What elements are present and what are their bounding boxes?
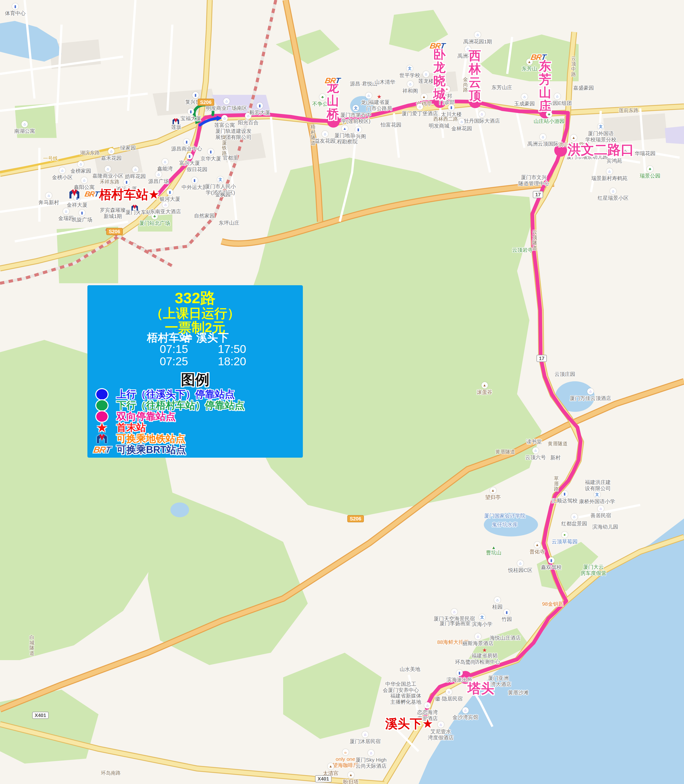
map-label-text: 康桥外国语小学: [579, 498, 615, 505]
brt-logo-icon: BRT: [429, 41, 445, 50]
legend-list: 上行（往溪头下）停靠站点下行（往梧村车站）停靠站点双向停靠站点★首末站可换乘地铁…: [87, 389, 303, 455]
o-poi-icon: ⌂: [462, 707, 469, 714]
road-number-badge: S206: [106, 228, 123, 235]
map-label-text: 新村: [550, 455, 561, 461]
map-label: 读书堂: [526, 439, 542, 445]
o-poi-icon: ⌂: [479, 111, 485, 117]
map-label-text: 嘉禾花园: [101, 155, 122, 161]
map-label-text: 中华全国总工 会厦门安养中心: [383, 681, 419, 693]
b-poi-icon: ▮: [188, 108, 194, 115]
map-label-text: 山木清华: [374, 79, 395, 85]
map-label-text: 徽·隐居民宿: [435, 696, 463, 702]
map-label-text: 瑞景新村寿鹤苑: [591, 175, 628, 181]
map-label-text: 红星瑞景小区: [598, 195, 629, 201]
map-label-text: 明发商业广场南区: [206, 105, 247, 112]
map-label: 厦门国家会计学院: [484, 513, 526, 519]
h-poi-icon: ⌂: [571, 514, 578, 520]
bus-route-map[interactable]: ▮体育中心⌂南湖公寓绿家园⌂嘉禾花园⌂金榜家园⌂金榜小区⌂嘉隆商业小区⌂皓晖花园…: [0, 0, 684, 784]
b-poi-icon: ▮: [561, 491, 568, 497]
metro-station-icon: [131, 204, 139, 212]
mountain-icon: ▲: [486, 545, 502, 550]
map-label-text: 鑫能湾: [157, 166, 173, 172]
map-label: 源昌·君悦山: [350, 81, 377, 87]
map-label-text: 汇顺达驾校: [552, 498, 578, 504]
map-label-text: 绿家园: [120, 145, 136, 151]
b-poi-icon: ▮: [186, 153, 193, 159]
b-poi-icon: ▮: [256, 102, 263, 109]
legend-row: 双向停靠站点: [87, 411, 303, 422]
map-label-text: 厦门沐居民宿: [350, 739, 381, 745]
map-label-text: 中兴阁: [351, 134, 366, 140]
map-label-text: 东芳山: [522, 66, 537, 72]
s-poi-icon: 文: [217, 176, 224, 183]
map-label-text: 山水美地: [400, 666, 420, 672]
road-label: 一号线: [43, 155, 58, 162]
t-poi-icon: ♣: [319, 94, 326, 100]
map-label-text: 滨海小学: [472, 621, 492, 627]
map-label: ▲太清宫: [323, 763, 339, 776]
departure-time: 07:15: [160, 343, 188, 356]
red-star-icon: ★: [87, 421, 116, 434]
o-poi-icon: ⌂: [475, 633, 481, 640]
map-label: 云顶庄园: [555, 371, 575, 377]
map-label-text: 南湖公寓: [14, 128, 35, 134]
map-label: ⌂鑫阳公寓: [74, 177, 95, 191]
map-label: ⌂祥和阁: [403, 81, 418, 94]
map-label: ⌂嘉禾花园: [101, 148, 122, 161]
map-label: ▲普佑寺: [530, 542, 545, 555]
map-label: ⌂徽·隐居民宿: [435, 689, 463, 702]
blue-dot-icon: [87, 389, 116, 399]
map-label: 山木清华: [374, 79, 395, 85]
map-label: ⌂善居民宿: [590, 506, 611, 519]
map-label: ⌂红都盆景园: [561, 514, 587, 527]
map-label: ▮体育中心: [5, 3, 26, 16]
map-label-text: 奔马新村: [39, 199, 59, 206]
map-label-text: 京华大厦: [200, 156, 221, 162]
h-poi-icon: ⌂: [59, 167, 66, 174]
map-label-text: 毅宏大厦: [249, 110, 270, 116]
map-label: ⌂益友花园: [315, 131, 336, 144]
h-poi-icon: ⌂: [223, 98, 230, 104]
map-label-text: 普佑寺: [530, 549, 545, 555]
departure-time: 07:25: [160, 355, 188, 368]
station-label: 溪头下★: [386, 716, 433, 732]
map-label: ▮银河大厦: [160, 189, 180, 202]
map-label: ♣厦门站北广场: [139, 213, 170, 226]
b-poi-icon: ▮: [12, 3, 18, 10]
map-label: ▮中外运大厦: [182, 177, 208, 191]
road-number-badge: X401: [32, 712, 49, 719]
b-poi-icon: ▮: [167, 189, 173, 195]
map-label: ▮京华大厦: [200, 149, 221, 162]
star-icon: ★: [366, 94, 392, 99]
map-label: ⌂禹洲花园1期: [463, 32, 492, 45]
h-poi-icon: ⌂: [132, 166, 139, 173]
o-poi-icon: ⌂: [162, 202, 169, 208]
map-label-text: 富兴大厦: [179, 160, 200, 166]
map-label-text: 体育中心: [5, 10, 26, 16]
legend-row: 下行（往梧村车站）停靠站点: [87, 400, 303, 411]
map-label-text: 望归亭: [485, 494, 501, 501]
map-label-text: 玉成豪园: [514, 101, 535, 107]
map-label: 海悦山庄酒店: [490, 635, 521, 641]
map-label: ⌂桂园: [492, 597, 503, 610]
map-label: ▲望归亭: [485, 487, 501, 501]
map-label-text: 东坪山庄: [219, 220, 239, 226]
map-label-text: 罗宾森璀璨 新城1期: [100, 207, 126, 220]
p-poi-icon: ▲: [534, 542, 540, 548]
map-label-text: 福建洪庄建 设有限公司: [585, 479, 611, 491]
o-poi-icon: ⌂: [598, 506, 604, 512]
map-label: 文康桥外国语小学: [579, 491, 615, 505]
road-label: 白城隧道: [29, 635, 35, 656]
h-poi-icon: ⌂: [521, 94, 528, 100]
o-poi-icon: ⌂: [368, 750, 374, 756]
map-label-text: 滚蛋谷: [477, 389, 492, 395]
b-poi-icon: ▮: [184, 139, 190, 145]
h-poi-icon: ⌂: [162, 158, 168, 165]
o-poi-icon: ⌂: [424, 702, 431, 709]
b-poi-icon: ▮: [191, 177, 198, 184]
map-label: 假日花园: [187, 166, 207, 173]
road-label: 环岛南路: [101, 770, 121, 776]
b-poi-icon: ▮: [456, 670, 463, 676]
map-label-text: 禹洲云顶国际: [528, 141, 558, 147]
road-number-badge: S206: [198, 99, 214, 106]
